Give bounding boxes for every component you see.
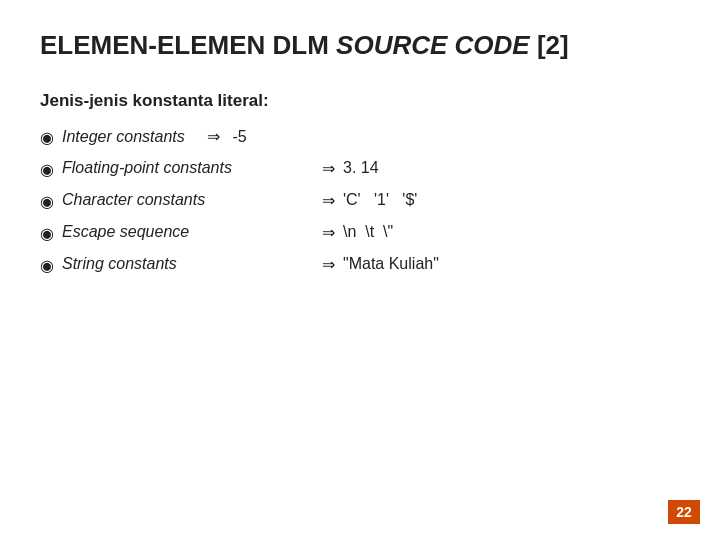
list-item: ◉ Integer constants ⇒ -5	[40, 127, 680, 147]
slide-title: ELEMEN-ELEMEN DLM SOURCE CODE [2]	[40, 30, 680, 61]
bullet-icon: ◉	[40, 128, 54, 147]
title-part1: ELEMEN-ELEMEN DLM	[40, 30, 336, 60]
item-label: Integer constants	[62, 128, 185, 145]
item-left: Integer constants ⇒ -5	[62, 127, 322, 146]
item-left: String constants	[62, 255, 322, 274]
title-italic: SOURCE CODE	[336, 30, 530, 60]
item-content: Escape sequence ⇒ \n \t \"	[62, 223, 680, 242]
list-item: ◉ String constants ⇒ "Mata Kuliah"	[40, 255, 680, 275]
title-part2: [2]	[530, 30, 569, 60]
arrow-icon: ⇒	[322, 191, 335, 210]
item-value: 3. 14	[343, 159, 379, 178]
bullet-icon: ◉	[40, 160, 54, 179]
bullet-icon: ◉	[40, 256, 54, 275]
item-value: 'C' '1' '$'	[343, 191, 417, 210]
item-left: Floating-point constants	[62, 159, 322, 178]
content-section: Jenis-jenis konstanta literal: ◉ Integer…	[40, 91, 680, 275]
section-heading: Jenis-jenis konstanta literal:	[40, 91, 680, 111]
bullet-icon: ◉	[40, 224, 54, 243]
slide-container: ELEMEN-ELEMEN DLM SOURCE CODE [2] Jenis-…	[0, 0, 720, 540]
arrow-icon: ⇒	[322, 159, 335, 178]
item-value: "Mata Kuliah"	[343, 255, 439, 274]
item-left: Character constants	[62, 191, 322, 210]
item-content: Integer constants ⇒ -5	[62, 127, 680, 146]
arrow-icon: ⇒	[322, 223, 335, 242]
item-label: Escape sequence	[62, 223, 189, 240]
arrow-icon: ⇒	[207, 128, 220, 145]
item-left: Escape sequence	[62, 223, 322, 242]
item-label: String constants	[62, 255, 177, 272]
list-item: ◉ Character constants ⇒ 'C' '1' '$'	[40, 191, 680, 211]
list-item: ◉ Floating-point constants ⇒ 3. 14	[40, 159, 680, 179]
item-value: \n \t \"	[343, 223, 393, 242]
item-content: Character constants ⇒ 'C' '1' '$'	[62, 191, 680, 210]
page-number: 22	[668, 500, 700, 524]
item-content: String constants ⇒ "Mata Kuliah"	[62, 255, 680, 274]
arrow-icon: ⇒	[322, 255, 335, 274]
item-value: -5	[232, 128, 246, 145]
item-content: Floating-point constants ⇒ 3. 14	[62, 159, 680, 178]
list-item: ◉ Escape sequence ⇒ \n \t \"	[40, 223, 680, 243]
bullet-icon: ◉	[40, 192, 54, 211]
item-label: Character constants	[62, 191, 205, 208]
item-label: Floating-point constants	[62, 159, 232, 176]
